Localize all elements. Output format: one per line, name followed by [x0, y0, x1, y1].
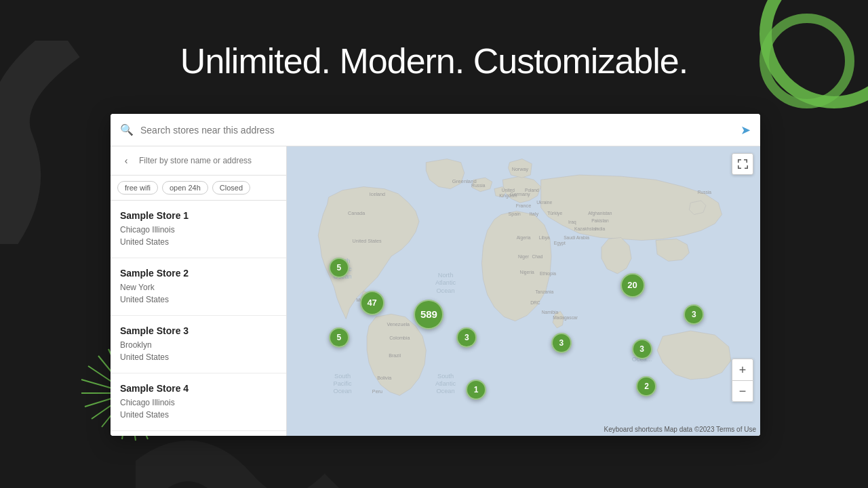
svg-text:Madagascar: Madagascar: [553, 315, 578, 321]
map-marker-3-eastafrica[interactable]: 3: [632, 339, 652, 359]
filter-bar: ‹: [111, 146, 286, 176]
map-marker-2-safrica[interactable]: 2: [636, 376, 656, 396]
map-marker-3-westafrica[interactable]: 3: [551, 333, 572, 353]
svg-text:Russia: Russia: [471, 183, 486, 188]
svg-text:Egypt: Egypt: [554, 241, 566, 246]
store-item-5[interactable]: Sample Store 5: [111, 431, 286, 436]
search-icon: 🔍: [120, 123, 134, 136]
world-map: North Pacific Ocean North Atlantic Ocean…: [287, 146, 760, 436]
store-locator-widget: 🔍 ➤ ‹ free wifi open 24h Closed Sample S…: [111, 114, 760, 436]
svg-text:Peru: Peru: [372, 389, 382, 394]
headline: Unlimited. Modern. Customizable.: [0, 41, 868, 81]
store-city-4: Chicago Illinois United States: [120, 396, 277, 421]
svg-text:Saudi Arabia: Saudi Arabia: [564, 235, 589, 240]
svg-text:Ocean: Ocean: [436, 287, 454, 294]
svg-text:Atlantic: Atlantic: [435, 279, 456, 286]
svg-text:Ethiopia: Ethiopia: [540, 271, 556, 277]
store-item-2[interactable]: Sample Store 2 New York United States: [111, 258, 286, 316]
svg-text:Brazil: Brazil: [389, 353, 401, 359]
svg-text:Ocean: Ocean: [436, 388, 454, 394]
svg-text:South: South: [334, 373, 351, 380]
svg-text:South: South: [437, 373, 454, 380]
map-marker-20-europe[interactable]: 20: [620, 273, 645, 298]
svg-text:Tanzania: Tanzania: [535, 289, 553, 294]
zoom-in-button[interactable]: +: [732, 359, 753, 380]
svg-text:Nigeria: Nigeria: [520, 270, 534, 275]
store-city-1: Chicago Illinois United States: [120, 224, 277, 248]
store-item-3[interactable]: Sample Store 3 Brooklyn United States: [111, 316, 286, 373]
map-expand-button[interactable]: [732, 153, 753, 175]
svg-text:Libya: Libya: [539, 235, 550, 241]
store-name-3: Sample Store 3: [120, 325, 277, 336]
map-marker-47[interactable]: 47: [360, 291, 384, 315]
svg-text:Ocean: Ocean: [334, 388, 352, 394]
location-icon[interactable]: ➤: [741, 123, 751, 138]
svg-text:Afghanistan: Afghanistan: [588, 211, 612, 216]
tag-open-24h[interactable]: open 24h: [162, 181, 208, 195]
store-item-1[interactable]: Sample Store 1 Chicago Illinois United S…: [111, 201, 286, 258]
map-marker-1-sa[interactable]: 1: [466, 380, 486, 400]
store-city-3: Brooklyn United States: [120, 339, 277, 363]
svg-text:Atlantic: Atlantic: [435, 380, 456, 387]
svg-text:United States: United States: [353, 239, 382, 244]
svg-text:Pakistan: Pakistan: [591, 218, 609, 223]
zoom-out-button[interactable]: −: [732, 380, 753, 402]
tags-bar: free wifi open 24h Closed: [111, 176, 286, 201]
svg-text:DRC: DRC: [530, 300, 540, 305]
svg-text:Niger: Niger: [518, 254, 530, 260]
svg-text:France: France: [516, 203, 531, 209]
store-name-4: Sample Store 4: [120, 383, 277, 394]
map-marker-5-mexico[interactable]: 5: [329, 327, 349, 348]
svg-text:India: India: [595, 226, 606, 231]
store-name-1: Sample Store 1: [120, 210, 277, 221]
svg-text:Algeria: Algeria: [517, 235, 531, 241]
svg-text:Iceland: Iceland: [370, 192, 385, 197]
svg-text:Ukraine: Ukraine: [536, 200, 552, 205]
svg-text:North: North: [438, 272, 454, 279]
filter-input[interactable]: [139, 156, 279, 165]
svg-text:Italy: Italy: [530, 211, 539, 217]
svg-text:Türkiye: Türkiye: [547, 211, 562, 216]
tag-closed[interactable]: Closed: [212, 181, 250, 195]
map-area[interactable]: North Pacific Ocean North Atlantic Ocean…: [287, 146, 760, 436]
store-list[interactable]: Sample Store 1 Chicago Illinois United S…: [111, 201, 286, 436]
search-bar: 🔍 ➤: [111, 114, 760, 146]
map-marker-5-west[interactable]: 5: [329, 258, 349, 278]
content-area: ‹ free wifi open 24h Closed Sample Store…: [111, 146, 760, 436]
svg-text:Venezuela: Venezuela: [387, 322, 410, 327]
svg-text:Colombia: Colombia: [389, 336, 410, 341]
back-button[interactable]: ‹: [117, 152, 135, 169]
left-panel: ‹ free wifi open 24h Closed Sample Store…: [111, 146, 287, 436]
search-input[interactable]: [140, 125, 741, 136]
store-name-2: Sample Store 2: [120, 268, 277, 279]
svg-text:Iraq: Iraq: [568, 220, 576, 225]
svg-text:Russia: Russia: [698, 190, 712, 195]
svg-text:Pacific: Pacific: [334, 380, 353, 387]
svg-text:Spain: Spain: [508, 211, 520, 217]
svg-text:Chad: Chad: [532, 254, 543, 259]
map-attribution: Keyboard shortcuts Map data ©2023 Terms …: [604, 426, 756, 433]
map-marker-3-mideast[interactable]: 3: [684, 304, 704, 325]
store-city-2: New York United States: [120, 281, 277, 306]
svg-text:Bolivia: Bolivia: [377, 375, 391, 381]
tag-free-wifi[interactable]: free wifi: [117, 181, 158, 195]
svg-text:UnitedKingdom: UnitedKingdom: [499, 188, 517, 199]
map-zoom-controls: + −: [732, 359, 753, 402]
map-marker-3-carib[interactable]: 3: [456, 327, 477, 348]
svg-text:Canada: Canada: [348, 211, 365, 216]
svg-text:Namibia: Namibia: [542, 310, 559, 314]
svg-text:Poland: Poland: [525, 188, 539, 192]
svg-text:Norway: Norway: [512, 167, 529, 172]
store-item-4[interactable]: Sample Store 4 Chicago Illinois United S…: [111, 373, 286, 431]
map-marker-589[interactable]: 589: [414, 300, 443, 329]
